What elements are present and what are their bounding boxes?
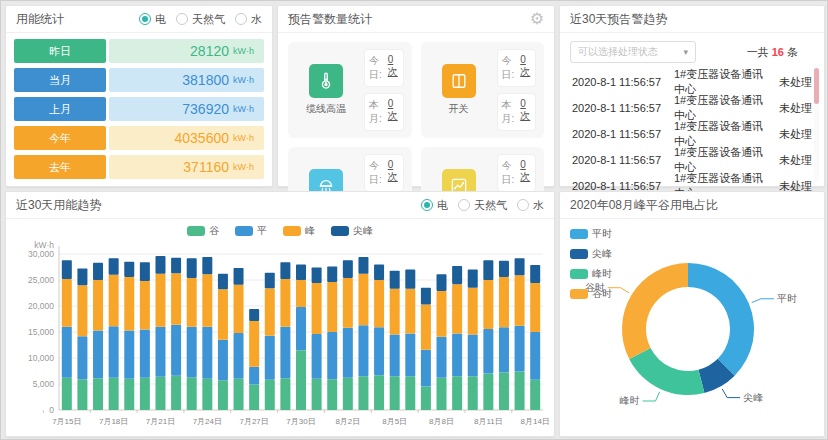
radio-circle-icon — [139, 13, 151, 25]
stat-value: 736920kW·h — [109, 97, 264, 121]
bar-segment-平 — [187, 327, 197, 377]
gear-icon[interactable]: ⚙ — [530, 11, 544, 27]
alarm-row[interactable]: 2020-8-1 11:56:571#变压器设备通讯中心未处理 — [560, 121, 824, 147]
radio-电[interactable]: 电 — [139, 12, 166, 27]
usage-type-radios: 电天然气水 — [411, 198, 544, 213]
legend-item-平[interactable]: 平 — [235, 224, 267, 238]
alarm-row[interactable]: 2020-8-1 11:56:571#变压器设备通讯中心未处理 — [560, 69, 824, 95]
bar-segment-平 — [265, 336, 275, 380]
count-value-link[interactable]: 0次 — [520, 159, 531, 187]
count-label: 本月: — [369, 98, 385, 126]
bar-segment-平 — [62, 327, 72, 378]
bar-segment-平 — [358, 325, 368, 376]
panel-title: 2020年08月峰平谷用电占比 — [570, 197, 718, 214]
count-value-link[interactable]: 0次 — [388, 159, 399, 187]
stat-label: 上月 — [14, 97, 106, 121]
radio-天然气[interactable]: 天然气 — [176, 12, 225, 27]
panel-title: 用能统计 — [16, 11, 64, 28]
count-label: 今日: — [369, 54, 385, 82]
bar-segment-峰 — [62, 279, 72, 327]
bar-segment-峰 — [109, 275, 119, 326]
bar-segment-谷 — [155, 377, 165, 410]
count-value-link[interactable]: 0次 — [520, 98, 531, 126]
bar-segment-平 — [296, 307, 306, 350]
count-label: 今日: — [502, 54, 518, 82]
switch-icon — [442, 64, 476, 98]
bar-segment-平 — [468, 335, 478, 377]
radio-天然气[interactable]: 天然气 — [458, 198, 507, 213]
legend-item-峰时[interactable]: 峰时 — [570, 267, 612, 281]
bar-segment-峰 — [171, 273, 181, 324]
bar-segment-尖峰 — [218, 274, 228, 290]
radio-label: 天然气 — [192, 12, 225, 27]
bar-segment-尖峰 — [234, 268, 244, 285]
radio-水[interactable]: 水 — [235, 12, 262, 27]
bar-segment-尖峰 — [452, 266, 462, 284]
bar-segment-平 — [124, 330, 134, 378]
bar-segment-尖峰 — [171, 258, 181, 274]
donut-slice-平时[interactable] — [688, 263, 754, 376]
bar-segment-谷 — [234, 379, 244, 410]
bar-segment-峰 — [93, 280, 103, 330]
donut-slice-峰时[interactable] — [629, 348, 704, 395]
alarm-row[interactable]: 2020-8-1 11:56:571#变压器设备通讯中心未处理 — [560, 147, 824, 173]
count-value-link[interactable]: 0次 — [388, 54, 399, 82]
bar-segment-平 — [312, 334, 322, 379]
bar-segment-尖峰 — [109, 258, 119, 275]
bar-segment-尖峰 — [343, 260, 353, 278]
energy-type-radios: 电天然气水 — [129, 12, 262, 27]
count-value-link[interactable]: 0次 — [520, 54, 531, 82]
bar-segment-峰 — [249, 321, 259, 367]
alarm-tile-label: 缆线高温 — [306, 102, 346, 116]
x-tick-label: 8月8日 — [429, 417, 454, 426]
bar-segment-峰 — [390, 289, 400, 335]
count-label: 本月: — [502, 98, 518, 126]
radio-水[interactable]: 水 — [517, 198, 544, 213]
bar-segment-平 — [327, 332, 337, 379]
bar-segment-谷 — [312, 379, 322, 410]
alarm-row[interactable]: 2020-8-1 11:56:571#变压器设备通讯中心未处理 — [560, 95, 824, 121]
total-count-number: 16 — [772, 46, 784, 58]
radio-电[interactable]: 电 — [421, 198, 448, 213]
scrollbar-thumb[interactable] — [814, 68, 819, 104]
legend-item-峰[interactable]: 峰 — [283, 224, 315, 238]
bar-segment-谷 — [187, 377, 197, 410]
bar-segment-平 — [218, 340, 228, 381]
radio-circle-icon — [176, 13, 188, 25]
legend-item-平时[interactable]: 平时 — [570, 227, 612, 241]
bar-segment-峰 — [234, 285, 244, 333]
today-count: 今日:0次 — [497, 154, 537, 192]
radio-label: 天然气 — [474, 198, 507, 213]
stat-number: 4035600 — [174, 130, 229, 146]
bar-segment-尖峰 — [155, 256, 165, 274]
status-filter-select[interactable]: 可以选择处理状态 ▾ — [570, 41, 696, 63]
bar-segment-谷 — [109, 378, 119, 410]
bar-segment-谷 — [343, 378, 353, 410]
bar-segment-谷 — [171, 376, 181, 410]
scrollbar[interactable] — [814, 68, 819, 182]
legend-label: 尖峰 — [353, 224, 373, 238]
bar-segment-谷 — [374, 375, 384, 410]
x-tick-label: 7月18日 — [99, 417, 128, 426]
bar-segment-峰 — [77, 285, 87, 336]
bar-segment-谷 — [468, 376, 478, 410]
today-count: 今日:0次 — [364, 49, 404, 87]
alarm-tile: 缆线高温今日:0次本月:0次 — [288, 42, 412, 138]
legend-item-尖峰[interactable]: 尖峰 — [331, 224, 373, 238]
radio-label: 水 — [533, 198, 544, 213]
donut-leader-line — [752, 299, 774, 303]
count-value-link[interactable]: 0次 — [388, 98, 399, 126]
bar-segment-尖峰 — [296, 264, 306, 280]
legend-item-尖峰[interactable]: 尖峰 — [570, 247, 612, 261]
panel-energy-stats: 用能统计 电天然气水 昨日28120kW·h当月381800kW·h上月7369… — [5, 5, 273, 187]
bar-segment-平 — [452, 334, 462, 377]
donut-slice-谷时[interactable] — [622, 263, 688, 359]
bar-segment-谷 — [390, 376, 400, 410]
bar-segment-平 — [343, 328, 353, 378]
legend-item-谷时[interactable]: 谷时 — [570, 287, 612, 301]
x-tick-label: 8月2日 — [335, 417, 360, 426]
y-tick-label: 20,000 — [28, 301, 54, 311]
alarm-time: 2020-8-1 11:56:57 — [572, 102, 674, 114]
legend-item-谷[interactable]: 谷 — [187, 224, 219, 238]
bar-segment-平 — [234, 333, 244, 379]
